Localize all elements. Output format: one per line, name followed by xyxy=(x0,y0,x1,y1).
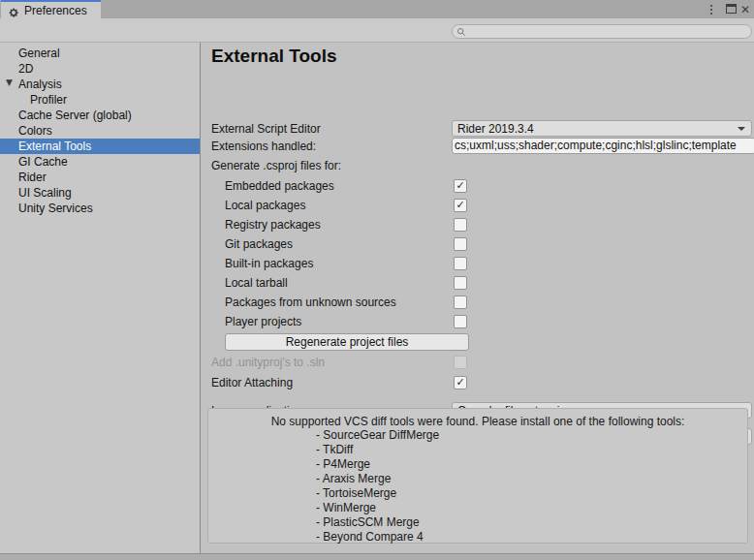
sidebar-item-gi-cache[interactable]: GI Cache xyxy=(0,154,200,170)
sidebar-item-label: UI Scaling xyxy=(0,186,72,200)
sidebar-item-label: GI Cache xyxy=(0,155,68,169)
toolbar xyxy=(0,18,754,43)
package-label: Local packages xyxy=(225,198,305,213)
gear-icon xyxy=(8,5,19,16)
editor-attaching-label: Editor Attaching xyxy=(211,375,293,390)
checkbox-git-packages[interactable]: ✓ xyxy=(454,237,467,251)
checkmark-icon: ✓ xyxy=(456,377,464,389)
vcs-tool-item: - TortoiseMerge xyxy=(208,486,747,501)
external-script-editor-dropdown[interactable]: Rider 2019.3.4 xyxy=(452,120,752,137)
sidebar-item-label: Unity Services xyxy=(0,202,93,215)
add-unityproj-checkbox xyxy=(454,356,467,369)
sidebar-item-general[interactable]: General xyxy=(0,46,200,61)
checkbox-local-tarball[interactable]: ✓ xyxy=(454,276,467,290)
package-row-player-projects: Player projects✓ xyxy=(201,313,754,330)
vcs-tool-item: - P4Merge xyxy=(208,457,747,472)
sidebar-item-2d[interactable]: 2D xyxy=(0,61,200,77)
sidebar: General2D▼AnalysisProfilerCache Server (… xyxy=(0,43,200,553)
external-script-editor-label: External Script Editor xyxy=(211,121,321,137)
tab-title: Preferences xyxy=(24,4,87,17)
page-title: External Tools xyxy=(211,46,337,67)
vcs-notice-heading: No supported VCS diff tools were found. … xyxy=(208,415,747,428)
foldout-arrow-icon[interactable]: ▼ xyxy=(6,78,13,87)
sidebar-item-label: General xyxy=(0,47,60,60)
close-icon[interactable]: ✕ xyxy=(738,0,752,18)
package-label: Embedded packages xyxy=(225,178,334,194)
chevron-down-icon xyxy=(738,127,745,131)
vcs-tool-item: - Beyond Compare 4 xyxy=(208,530,747,544)
vcs-tools-list: - SourceGear DiffMerge- TkDiff- P4Merge-… xyxy=(208,428,747,544)
sidebar-item-cache-server-global[interactable]: Cache Server (global) xyxy=(0,108,200,123)
extensions-handled-field[interactable]: cs;uxml;uss;shader;compute;cginc;hlsl;gl… xyxy=(452,138,754,154)
sidebar-item-ui-scaling[interactable]: UI Scaling xyxy=(0,185,200,201)
sidebar-item-external-tools[interactable]: External Tools xyxy=(0,139,200,154)
sidebar-item-label: External Tools xyxy=(0,140,91,153)
checkbox-built-in-packages[interactable]: ✓ xyxy=(454,257,467,270)
package-label: Player projects xyxy=(225,314,301,329)
tab-strip: Preferences ✕ xyxy=(0,0,754,18)
package-label: Packages from unknown sources xyxy=(225,295,396,310)
checkbox-packages-from-unknown-sources[interactable]: ✓ xyxy=(454,296,467,309)
search-icon xyxy=(456,27,466,37)
sidebar-item-analysis[interactable]: ▼Analysis xyxy=(0,77,200,92)
checkbox-registry-packages[interactable]: ✓ xyxy=(454,218,467,232)
vcs-tool-item: - PlasticSCM Merge xyxy=(208,515,747,530)
main-panel: External Tools External Script Editor Ri… xyxy=(201,43,754,553)
search-box[interactable] xyxy=(452,24,752,39)
package-row-local-packages: Local packages✓ xyxy=(201,197,754,214)
sidebar-item-unity-services[interactable]: Unity Services xyxy=(0,201,200,216)
package-row-built-in-packages: Built-in packages✓ xyxy=(201,255,754,272)
preferences-window: Preferences ✕ General2D▼AnalysisProfiler… xyxy=(0,0,754,560)
package-label: Local tarball xyxy=(225,275,288,291)
package-label: Built-in packages xyxy=(225,256,313,271)
generate-csproj-label: Generate .csproj files for: xyxy=(211,158,341,173)
sidebar-item-rider[interactable]: Rider xyxy=(0,170,200,185)
sidebar-item-profiler[interactable]: Profiler xyxy=(0,92,200,108)
checkbox-embedded-packages[interactable]: ✓ xyxy=(454,179,467,193)
vcs-tool-item: - Araxis Merge xyxy=(208,472,747,486)
search-input[interactable] xyxy=(466,26,738,38)
sidebar-item-label: Colors xyxy=(0,124,52,138)
extensions-handled-label: Extensions handled: xyxy=(211,139,316,154)
checkmark-icon: ✓ xyxy=(456,200,464,211)
checkbox-local-packages[interactable]: ✓ xyxy=(454,199,467,212)
maximize-icon[interactable] xyxy=(726,4,737,14)
sidebar-item-label: Rider xyxy=(0,171,47,184)
external-script-editor-value: Rider 2019.3.4 xyxy=(457,122,534,136)
checkmark-icon: ✓ xyxy=(456,180,464,192)
sidebar-item-colors[interactable]: Colors xyxy=(0,123,200,139)
checkbox-player-projects[interactable]: ✓ xyxy=(454,315,467,328)
sidebar-item-label: 2D xyxy=(0,62,33,76)
vcs-notice-box: No supported VCS diff tools were found. … xyxy=(207,408,748,544)
package-row-git-packages: Git packages✓ xyxy=(201,235,754,253)
package-row-packages-from-unknown-sources: Packages from unknown sources✓ xyxy=(201,294,754,311)
add-unityproj-label: Add .unityproj's to .sln xyxy=(211,355,325,370)
sidebar-item-label: Profiler xyxy=(0,93,67,107)
tab-preferences[interactable]: Preferences xyxy=(1,0,101,18)
package-row-registry-packages: Registry packages✓ xyxy=(201,216,754,233)
editor-attaching-checkbox[interactable]: ✓ xyxy=(454,376,467,389)
package-row-local-tarball: Local tarball✓ xyxy=(201,274,754,292)
package-row-embedded-packages: Embedded packages✓ xyxy=(201,177,754,195)
package-label: Git packages xyxy=(225,236,293,252)
vcs-tool-item: - SourceGear DiffMerge xyxy=(208,428,747,443)
package-label: Registry packages xyxy=(225,217,321,233)
regenerate-project-files-button[interactable]: Regenerate project files xyxy=(225,333,469,351)
window-bottom-edge[interactable] xyxy=(0,553,754,560)
sidebar-item-label: Cache Server (global) xyxy=(0,109,132,122)
vcs-tool-item: - WinMerge xyxy=(208,501,747,515)
vcs-tool-item: - TkDiff xyxy=(208,443,747,457)
window-menu-icon[interactable] xyxy=(706,0,717,18)
